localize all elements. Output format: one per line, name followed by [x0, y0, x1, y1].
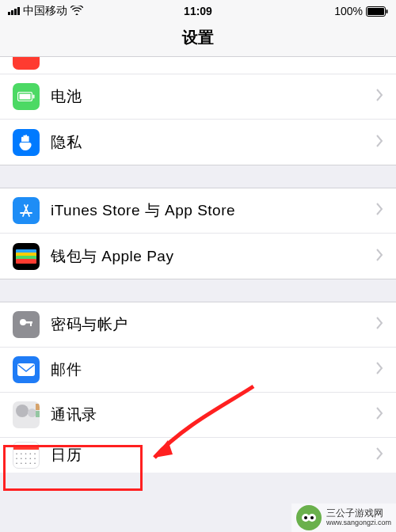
chevron-right-icon — [375, 249, 383, 264]
chevron-right-icon — [375, 362, 383, 378]
settings-group-2: iTunes Store 与 App Store 钱包与 Apple Pay — [0, 188, 396, 279]
chevron-right-icon — [375, 203, 383, 218]
settings-group-1: 电池 隐私 — [0, 74, 396, 165]
appstore-icon — [13, 197, 40, 224]
settings-group-3: 密码与帐户 邮件 通讯录 • • • • •• • • • •• • • • •… — [0, 302, 396, 473]
hand-icon — [13, 129, 40, 156]
group-separator — [0, 279, 396, 302]
row-label: 钱包与 Apple Pay — [51, 246, 375, 267]
row-calendar[interactable]: • • • • •• • • • •• • • • • 日历 — [0, 438, 396, 473]
unknown-icon — [13, 57, 40, 70]
status-right: 100% — [334, 5, 388, 17]
row-label: 邮件 — [51, 359, 375, 380]
contacts-icon — [13, 401, 40, 428]
svg-point-14 — [304, 516, 307, 519]
chevron-right-icon — [375, 135, 383, 150]
row-mail[interactable]: 邮件 — [0, 348, 396, 393]
group-separator — [0, 165, 396, 188]
row-label: 通讯录 — [51, 405, 375, 425]
row-privacy[interactable]: 隐私 — [0, 120, 396, 165]
battery-settings-icon — [13, 83, 40, 110]
watermark-title: 三公子游戏网 — [326, 508, 391, 519]
row-label: 隐私 — [51, 132, 375, 153]
row-label: 密码与帐户 — [51, 314, 375, 335]
signal-icon — [8, 7, 20, 15]
row-partial-top[interactable] — [0, 57, 396, 74]
row-battery[interactable]: 电池 — [0, 74, 396, 120]
chevron-right-icon — [375, 89, 383, 104]
chevron-right-icon — [375, 447, 383, 463]
row-wallet-applepay[interactable]: 钱包与 Apple Pay — [0, 234, 396, 279]
watermark: 三公子游戏网 www.sangongzi.com — [291, 504, 396, 532]
watermark-url: www.sangongzi.com — [326, 519, 391, 527]
status-time: 11:09 — [184, 5, 212, 17]
wifi-icon — [70, 5, 83, 17]
battery-label: 100% — [334, 5, 363, 17]
calendar-icon: • • • • •• • • • •• • • • • — [13, 442, 40, 469]
battery-icon — [366, 6, 388, 17]
row-itunes-appstore[interactable]: iTunes Store 与 App Store — [0, 188, 396, 234]
carrier-label: 中国移动 — [23, 4, 67, 18]
row-passwords-accounts[interactable]: 密码与帐户 — [0, 302, 396, 348]
svg-point-15 — [310, 516, 314, 519]
key-icon — [13, 311, 40, 338]
row-label: 电池 — [51, 86, 375, 107]
page-title: 设置 — [0, 27, 396, 48]
status-left: 中国移动 — [8, 4, 83, 18]
wallet-icon — [13, 243, 40, 270]
svg-rect-4 — [20, 94, 31, 100]
status-bar: 中国移动 11:09 100% — [0, 0, 396, 22]
watermark-logo-icon — [296, 505, 322, 530]
svg-rect-5 — [33, 95, 35, 99]
mail-icon — [13, 356, 40, 383]
svg-rect-1 — [367, 8, 384, 15]
chevron-right-icon — [375, 317, 383, 332]
row-label: 日历 — [51, 445, 375, 466]
row-contacts[interactable]: 通讯录 — [0, 393, 396, 438]
svg-rect-2 — [386, 10, 388, 13]
chevron-right-icon — [375, 407, 383, 423]
nav-header: 设置 — [0, 22, 396, 57]
svg-rect-8 — [30, 323, 32, 326]
svg-rect-9 — [17, 363, 35, 376]
row-label: iTunes Store 与 App Store — [51, 200, 375, 221]
